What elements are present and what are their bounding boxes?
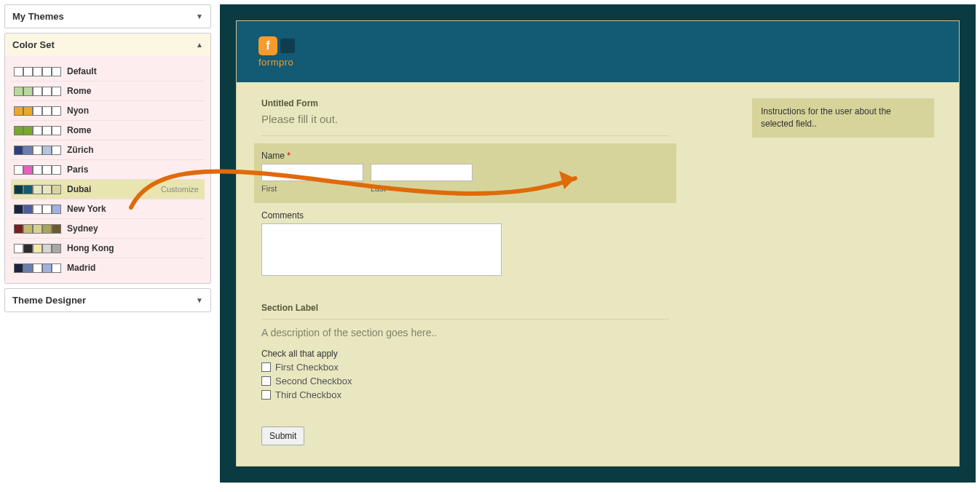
comments-textarea[interactable] xyxy=(261,223,502,276)
color-swatch xyxy=(52,146,61,155)
checkbox[interactable] xyxy=(261,390,271,400)
color-swatch xyxy=(14,205,23,214)
color-set-item[interactable]: Default xyxy=(11,62,205,82)
color-swatch xyxy=(14,244,23,253)
color-swatch xyxy=(23,165,33,175)
swatch-group xyxy=(14,87,61,96)
color-swatch xyxy=(23,106,33,116)
name-field-block[interactable]: Name * First Last xyxy=(254,143,676,203)
color-set-item-label: Hong Kong xyxy=(67,243,202,253)
color-swatch xyxy=(14,146,23,155)
color-swatch xyxy=(42,165,52,175)
color-swatch xyxy=(42,67,52,76)
checkbox[interactable] xyxy=(261,376,271,386)
form-aside: Instructions for the user about the sele… xyxy=(752,98,934,445)
swatch-group xyxy=(14,205,61,214)
color-set-item[interactable]: Zürich xyxy=(11,140,205,160)
color-swatch xyxy=(33,126,42,135)
logo-square-icon xyxy=(280,39,295,53)
color-swatch xyxy=(42,87,52,96)
customize-link[interactable]: Customize xyxy=(161,185,199,194)
checkbox-label: Second Checkbox xyxy=(275,376,352,386)
theme-designer-header[interactable]: Theme Designer ▼ xyxy=(5,289,210,312)
color-set-item[interactable]: Madrid xyxy=(11,258,205,277)
checkbox-row[interactable]: Third Checkbox xyxy=(261,389,669,400)
submit-button[interactable]: Submit xyxy=(261,426,304,445)
color-set-item-label: Rome xyxy=(67,125,202,135)
checkbox-field-block: Check all that apply First CheckboxSecon… xyxy=(261,346,669,410)
swatch-group xyxy=(14,67,61,76)
color-set-item[interactable]: DubaiCustomize xyxy=(11,180,205,199)
checkbox[interactable] xyxy=(261,362,271,372)
color-swatch xyxy=(23,205,33,214)
color-swatch xyxy=(52,244,61,253)
my-themes-header[interactable]: My Themes ▼ xyxy=(5,5,210,28)
color-swatch xyxy=(14,67,23,76)
color-swatch xyxy=(52,263,61,273)
form-title: Untitled Form xyxy=(261,98,669,108)
color-swatch xyxy=(52,205,61,214)
checkbox-row[interactable]: First Checkbox xyxy=(261,362,669,373)
last-name-input[interactable] xyxy=(371,164,473,181)
comments-field-block: Comments xyxy=(261,203,669,288)
color-swatch xyxy=(52,165,61,175)
color-set-item-label: Madrid xyxy=(67,263,202,273)
last-sublabel: Last xyxy=(371,184,473,193)
color-set-item[interactable]: Sydney xyxy=(11,219,205,239)
logo-icon: f xyxy=(258,36,277,55)
checkbox-row[interactable]: Second Checkbox xyxy=(261,376,669,386)
color-swatch xyxy=(52,106,61,116)
color-swatch xyxy=(52,67,61,76)
color-swatch xyxy=(33,146,42,155)
color-swatch xyxy=(33,263,42,273)
swatch-group xyxy=(14,244,61,253)
color-swatch xyxy=(52,87,61,96)
color-set-item[interactable]: Rome xyxy=(11,82,205,101)
color-set-item-label: Zürich xyxy=(67,145,202,155)
checkbox-label: First Checkbox xyxy=(275,362,339,373)
color-set-item[interactable]: Nyon xyxy=(11,101,205,121)
color-swatch xyxy=(23,146,33,155)
color-set-item[interactable]: New York xyxy=(11,199,205,219)
my-themes-title: My Themes xyxy=(12,11,64,22)
color-swatch xyxy=(23,126,33,135)
color-swatch xyxy=(33,106,42,116)
comments-label: Comments xyxy=(261,210,669,221)
section-label: Section Label xyxy=(261,303,669,313)
color-swatch xyxy=(14,126,23,135)
color-swatch xyxy=(42,106,52,116)
required-mark: * xyxy=(287,151,291,161)
color-swatch xyxy=(14,106,23,116)
color-set-item[interactable]: Rome xyxy=(11,121,205,140)
chevron-down-icon: ▼ xyxy=(196,296,203,304)
form-header: f formpro xyxy=(237,21,959,82)
color-set-item-label: New York xyxy=(67,204,202,214)
color-swatch xyxy=(14,263,23,273)
color-swatch xyxy=(14,224,23,234)
color-swatch xyxy=(52,126,61,135)
color-swatch xyxy=(42,146,52,155)
color-set-item[interactable]: Paris xyxy=(11,160,205,180)
color-set-item[interactable]: Hong Kong xyxy=(11,239,205,258)
color-swatch xyxy=(14,185,23,194)
chevron-up-icon: ▲ xyxy=(196,41,203,49)
color-set-item-label: Nyon xyxy=(67,106,202,116)
color-swatch xyxy=(14,165,23,175)
section-desc: A description of the section goes here.. xyxy=(261,327,669,338)
swatch-group xyxy=(14,126,61,135)
my-themes-section: My Themes ▼ xyxy=(4,4,211,28)
color-set-item-label: Default xyxy=(67,66,202,76)
color-swatch xyxy=(23,87,33,96)
first-name-input[interactable] xyxy=(261,164,363,181)
color-set-header[interactable]: Color Set ▲ xyxy=(5,33,210,56)
color-swatch xyxy=(33,67,42,76)
color-set-section: Color Set ▲ DefaultRomeNyonRomeZürichPar… xyxy=(4,33,211,284)
color-set-item-label: Rome xyxy=(67,86,202,96)
color-swatch xyxy=(23,224,33,234)
color-swatch xyxy=(33,224,42,234)
color-swatch xyxy=(42,224,52,234)
color-swatch xyxy=(23,185,33,194)
color-swatch xyxy=(52,185,61,194)
color-swatch xyxy=(42,244,52,253)
swatch-group xyxy=(14,165,61,175)
